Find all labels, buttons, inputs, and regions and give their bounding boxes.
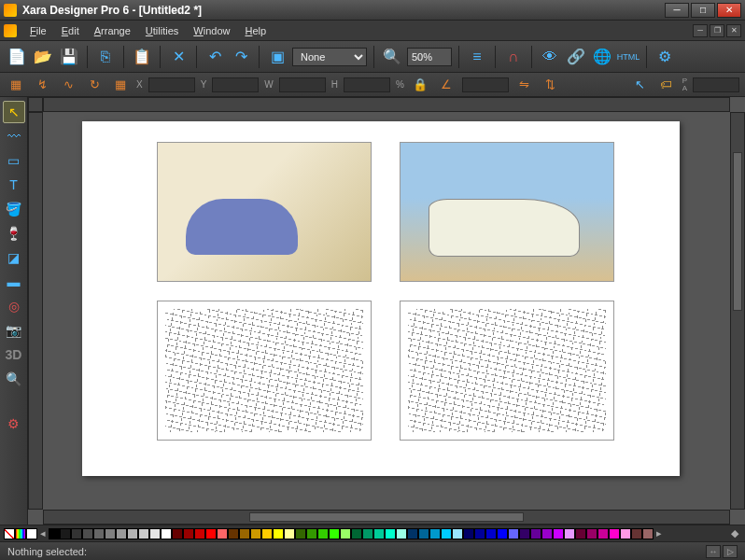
color-swatch[interactable]	[105, 528, 116, 539]
angle-field[interactable]	[462, 77, 509, 92]
h-field[interactable]	[344, 77, 390, 92]
colorbar-right-arrow[interactable]: ▸	[654, 527, 665, 539]
delete-button[interactable]: ✕	[167, 46, 190, 68]
pointer-mode-icon[interactable]: ↖	[630, 76, 651, 94]
quality-select[interactable]: None	[292, 48, 367, 66]
color-swatch[interactable]	[149, 528, 161, 539]
mdi-restore-button[interactable]: ❐	[710, 24, 724, 37]
copy-button[interactable]: ⎘	[94, 46, 117, 68]
freehand-tool[interactable]: 〰	[3, 125, 25, 147]
pa-field[interactable]	[693, 77, 739, 92]
color-swatch[interactable]	[71, 528, 82, 539]
menu-edit[interactable]: Edit	[54, 23, 87, 38]
colorbar-left-arrow[interactable]: ◂	[37, 527, 49, 539]
flip-v-icon[interactable]: ⇅	[541, 76, 561, 94]
color-swatch[interactable]	[441, 528, 452, 539]
shadow-tool[interactable]: ◪	[3, 246, 25, 269]
color-swatch[interactable]	[93, 528, 105, 539]
canvas-viewport[interactable]	[43, 112, 730, 510]
bevel-tool[interactable]: ▬	[3, 271, 25, 293]
zoom-icon[interactable]: 🔍	[381, 46, 403, 68]
color-swatch[interactable]	[497, 528, 508, 539]
swatch-none[interactable]	[4, 528, 15, 539]
rotate-icon[interactable]: ↻	[84, 76, 105, 94]
color-swatch[interactable]	[351, 528, 362, 539]
new-button[interactable]: 📄	[6, 46, 28, 68]
artwork-bathtub-sketch[interactable]	[157, 301, 372, 441]
text-tool[interactable]: T	[3, 174, 25, 196]
doc-icon[interactable]	[4, 24, 17, 37]
extrude-tool[interactable]: 3D	[3, 343, 25, 366]
x-field[interactable]	[148, 77, 195, 92]
menu-help[interactable]: Help	[237, 23, 274, 38]
color-swatch[interactable]	[463, 528, 474, 539]
color-swatch[interactable]	[161, 528, 172, 539]
web-button[interactable]: 🌐	[591, 46, 613, 68]
color-swatch[interactable]	[273, 528, 284, 539]
photo-tool[interactable]: 📷	[3, 319, 25, 342]
w-field[interactable]	[279, 77, 326, 92]
color-swatch[interactable]	[553, 528, 564, 539]
swatch-white[interactable]	[26, 528, 37, 539]
contour-tool[interactable]: ◎	[3, 295, 25, 317]
color-swatch[interactable]	[250, 528, 261, 539]
color-swatch[interactable]	[541, 528, 553, 539]
color-swatch[interactable]	[217, 528, 228, 539]
ruler-horizontal[interactable]	[43, 97, 730, 112]
mdi-close-button[interactable]: ✕	[726, 24, 741, 37]
scrollbar-h-thumb[interactable]	[249, 512, 524, 522]
grid-icon[interactable]: ▦	[110, 76, 131, 94]
transparency-tool[interactable]: 🍷	[3, 222, 25, 245]
scrollbar-vertical[interactable]	[730, 112, 745, 510]
color-swatch[interactable]	[530, 528, 541, 539]
line-width-button[interactable]: ≡	[466, 46, 488, 68]
color-swatch[interactable]	[631, 528, 642, 539]
color-swatch[interactable]	[82, 528, 93, 539]
settings-tool[interactable]: ⚙	[3, 413, 25, 435]
scrollbar-horizontal[interactable]	[43, 510, 730, 525]
color-swatch[interactable]	[519, 528, 530, 539]
minimize-button[interactable]: ─	[665, 3, 689, 18]
color-swatch[interactable]	[172, 528, 183, 539]
color-swatch[interactable]	[60, 528, 71, 539]
edit-points-icon[interactable]: ↯	[32, 76, 52, 94]
html-button[interactable]: HTML	[617, 46, 640, 68]
menu-arrange[interactable]: Arrange	[87, 23, 138, 38]
color-swatch[interactable]	[597, 528, 609, 539]
scrollbar-v-thumb[interactable]	[733, 152, 742, 311]
color-swatch[interactable]	[194, 528, 205, 539]
menu-window[interactable]: Window	[186, 23, 237, 38]
select-mode-icon[interactable]: ▦	[6, 76, 26, 94]
color-swatch[interactable]	[284, 528, 295, 539]
color-swatch[interactable]	[396, 528, 407, 539]
color-swatch[interactable]	[116, 528, 127, 539]
color-swatch[interactable]	[485, 528, 497, 539]
status-live-drag-icon[interactable]: ↔	[706, 545, 721, 558]
paste-button[interactable]: 📋	[131, 46, 153, 68]
artwork-boat-sketch[interactable]	[400, 301, 614, 441]
preview-button[interactable]: 👁	[539, 46, 561, 68]
color-swatch[interactable]	[261, 528, 273, 539]
save-button[interactable]: 💾	[58, 46, 80, 68]
color-swatch[interactable]	[373, 528, 385, 539]
color-swatch[interactable]	[183, 528, 194, 539]
smooth-icon[interactable]: ∿	[58, 76, 78, 94]
color-swatch[interactable]	[564, 528, 575, 539]
color-swatch[interactable]	[586, 528, 597, 539]
undo-button[interactable]: ↶	[204, 46, 226, 68]
color-swatch[interactable]	[317, 528, 329, 539]
color-swatch[interactable]	[575, 528, 586, 539]
maximize-button[interactable]: □	[691, 3, 715, 18]
lock-aspect-icon[interactable]: 🔒	[410, 76, 430, 94]
artwork-bathtub-color[interactable]	[157, 142, 372, 282]
rectangle-tool[interactable]: ▭	[3, 149, 25, 172]
status-snap-indicator-icon[interactable]: ▷	[723, 545, 738, 558]
close-button[interactable]: ✕	[717, 3, 741, 18]
link-button[interactable]: 🔗	[565, 46, 587, 68]
color-swatch[interactable]	[127, 528, 138, 539]
page[interactable]	[82, 121, 680, 476]
redo-button[interactable]: ↷	[230, 46, 252, 68]
zoom-input[interactable]	[407, 48, 452, 66]
color-swatch[interactable]	[620, 528, 631, 539]
color-swatch[interactable]	[418, 528, 429, 539]
